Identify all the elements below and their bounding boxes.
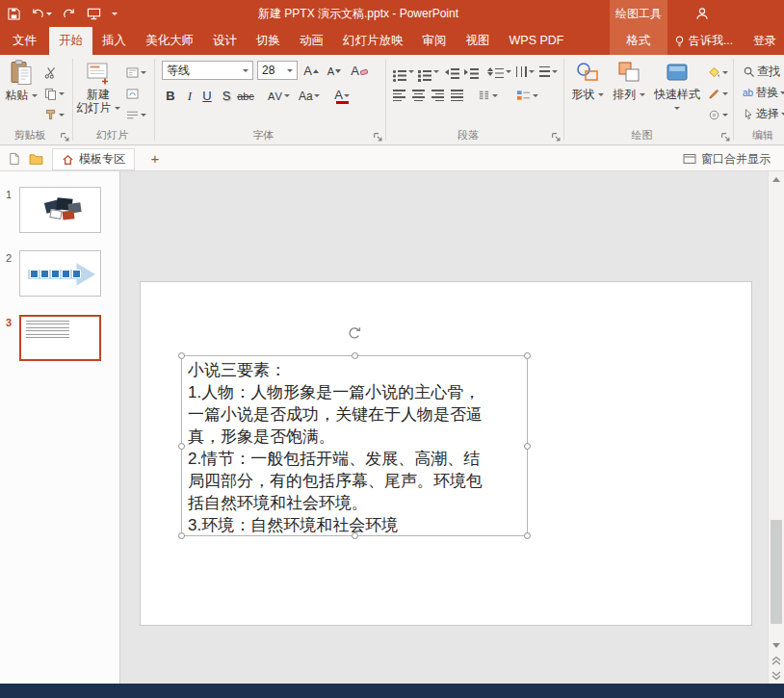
font-color-glyph-wrap: A [334,88,343,105]
slide-editing-surface[interactable]: 小说三要素： 1.人物：人物形象是一篇小说的主心骨， 一篇小说是否成功，关键在于… [140,281,752,626]
handle-bottom-right[interactable] [524,532,531,539]
handle-top-left[interactable] [178,352,185,359]
shape-fill-button[interactable] [708,64,728,81]
layout-button[interactable] [126,64,146,81]
section-button[interactable] [126,106,146,123]
sign-in-button[interactable]: 登录 [753,27,776,55]
tab-wps-pdf[interactable]: WPS PDF [500,27,574,55]
reset-slide-button[interactable] [126,85,139,102]
font-name-select[interactable]: 等线 [162,61,253,80]
clipboard-dialog-launcher[interactable] [60,132,70,142]
template-zone-tab[interactable]: 模板专区 [52,148,135,170]
copy-button[interactable] [44,85,65,102]
start-slideshow-button[interactable] [87,7,101,20]
font-color-button[interactable]: A [333,87,351,105]
bullets-button[interactable] [393,63,414,80]
shape-effects-button[interactable] [708,106,728,123]
layout-icon [126,67,139,78]
change-case-button[interactable]: Aa [299,87,320,105]
bold-button[interactable]: B [162,87,179,105]
replace-button[interactable]: ab 替换 [743,84,784,101]
clear-formatting-button[interactable]: A [351,62,368,80]
numbering-button[interactable] [418,63,439,80]
slide-thumbnail-2[interactable] [19,250,101,297]
align-text-button[interactable] [539,63,558,80]
tab-home[interactable]: 开始 [49,27,92,55]
cut-button[interactable] [44,64,57,81]
tab-transitions[interactable]: 切换 [247,27,290,55]
handle-middle-left[interactable] [178,443,185,450]
text-box-content[interactable]: 小说三要素： 1.人物：人物形象是一篇小说的主心骨， 一篇小说是否成功，关键在于… [182,356,527,535]
decrease-font-size-button[interactable]: A [326,62,343,80]
align-left-button[interactable] [393,87,405,104]
paragraph-dialog-launcher[interactable] [551,132,562,142]
tab-animations[interactable]: 动画 [290,27,333,55]
drawing-dialog-launcher[interactable] [720,132,731,142]
scrollbar-thumb[interactable] [771,520,782,624]
add-document-tab-button[interactable]: + [144,147,166,169]
character-spacing-button[interactable]: AV [268,87,290,105]
handle-bottom-center[interactable] [352,532,358,539]
columns-button[interactable] [478,87,498,104]
tab-insert[interactable]: 插入 [92,27,136,55]
tell-me-button[interactable]: 告诉我... [674,27,733,55]
scroll-down-button[interactable] [769,637,784,653]
paragraph-group: 段落 [385,55,563,144]
shadow-glyph: S [222,89,231,103]
customize-qat-button[interactable] [112,13,118,15]
align-right-button[interactable] [431,87,444,104]
tab-format[interactable]: 格式 [610,27,667,55]
merge-windows-toggle[interactable]: 窗口合并显示 [683,146,771,171]
vertical-scrollbar[interactable] [768,171,784,684]
justify-button[interactable] [451,87,463,104]
save-button[interactable] [8,8,20,20]
slide-thumbnail-3[interactable] [19,315,101,361]
format-painter-button[interactable] [44,106,65,123]
font-dialog-launcher[interactable] [373,132,383,142]
underline-button[interactable]: U [198,87,216,105]
decrease-indent-button[interactable] [445,63,459,80]
slide-thumbnail-1[interactable] [19,187,101,233]
selected-text-box[interactable]: 小说三要素： 1.人物：人物形象是一篇小说的主心骨， 一篇小说是否成功，关键在于… [181,355,528,536]
quick-styles-button[interactable]: 快速样式 [651,60,703,115]
user-account-icon[interactable] [695,7,709,20]
line-spacing-button[interactable] [487,63,511,80]
new-slide-button[interactable]: 新建 幻灯片 [76,60,120,115]
scroll-up-button[interactable] [769,171,784,187]
new-document-button[interactable] [8,152,20,166]
select-button[interactable]: 选择 [743,105,784,122]
italic-button[interactable]: I [181,87,198,105]
rotation-handle[interactable] [347,325,362,341]
align-center-button[interactable] [412,87,425,104]
thumbnail1-shape [63,210,75,220]
increase-indent-button[interactable] [464,63,479,80]
tab-review[interactable]: 审阅 [413,27,457,55]
shapes-button[interactable]: 形状 [568,60,607,101]
tab-view[interactable]: 视图 [457,27,500,55]
tab-slideshow[interactable]: 幻灯片放映 [333,27,413,55]
case-caret-icon [314,94,320,97]
tab-design[interactable]: 设计 [203,27,247,55]
shape-outline-button[interactable] [708,85,728,102]
strikethrough-button[interactable]: abc [237,87,254,105]
handle-middle-right[interactable] [524,443,531,450]
tab-beautify-master[interactable]: 美化大师 [136,27,203,55]
arrange-button[interactable]: 排列 [610,60,648,101]
undo-button[interactable] [31,8,52,20]
text-shadow-button[interactable]: S [218,87,235,105]
font-size-select[interactable]: 28 [257,61,298,80]
paste-button[interactable]: 粘贴 [4,60,39,102]
find-button[interactable]: 查找 [743,63,780,80]
open-folder-button[interactable] [29,153,43,165]
handle-bottom-left[interactable] [178,532,185,539]
convert-smartart-button[interactable] [516,87,538,104]
previous-slide-button[interactable] [769,653,784,668]
increase-font-size-button[interactable]: A [302,62,320,80]
text-direction-button[interactable] [516,63,535,80]
tab-file[interactable]: 文件 [0,27,49,55]
paste-caret-icon [32,94,38,97]
handle-top-center[interactable] [352,352,358,359]
redo-button[interactable] [63,8,76,20]
handle-top-right[interactable] [524,352,531,359]
next-slide-button[interactable] [769,668,784,684]
